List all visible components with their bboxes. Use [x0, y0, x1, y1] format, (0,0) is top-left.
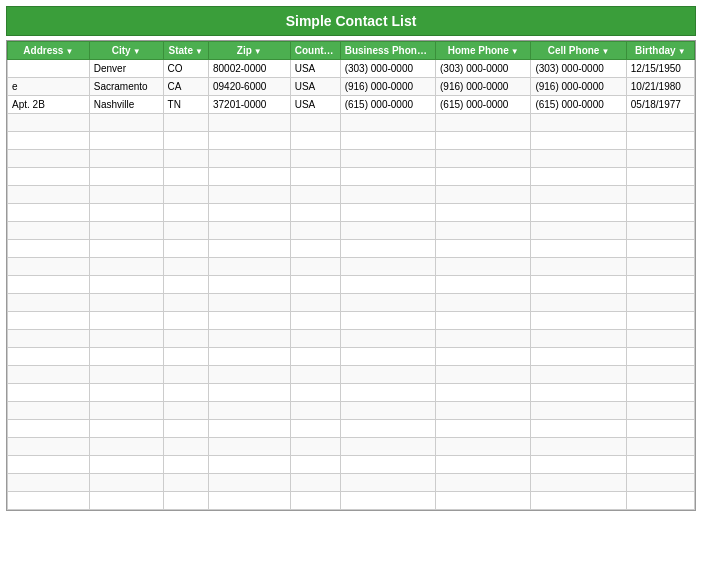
- table-row[interactable]: [8, 402, 695, 420]
- table-row[interactable]: [8, 222, 695, 240]
- table-row[interactable]: [8, 492, 695, 510]
- cell-bizphone: [340, 420, 435, 438]
- cell-homephone: [436, 384, 531, 402]
- col-header-cellphone[interactable]: Cell Phone ▼: [531, 42, 626, 60]
- cell-country: [290, 402, 340, 420]
- cell-birthday: [626, 240, 694, 258]
- table-row[interactable]: [8, 294, 695, 312]
- sort-arrow-address: ▼: [65, 47, 73, 55]
- cell-homephone: [436, 186, 531, 204]
- cell-zip: [208, 384, 290, 402]
- cell-cellphone: (615) 000-0000: [531, 96, 626, 114]
- table-row[interactable]: [8, 186, 695, 204]
- table-row[interactable]: [8, 348, 695, 366]
- cell-bizphone: (916) 000-0000: [340, 78, 435, 96]
- cell-state: [163, 276, 208, 294]
- table-row[interactable]: [8, 330, 695, 348]
- cell-state: [163, 150, 208, 168]
- cell-birthday: [626, 294, 694, 312]
- cell-state: [163, 240, 208, 258]
- cell-birthday: [626, 456, 694, 474]
- cell-birthday: [626, 366, 694, 384]
- cell-bizphone: [340, 150, 435, 168]
- cell-city: [89, 348, 163, 366]
- cell-cellphone: [531, 240, 626, 258]
- col-header-birthday[interactable]: Birthday ▼: [626, 42, 694, 60]
- cell-cellphone: [531, 186, 626, 204]
- cell-country: [290, 474, 340, 492]
- cell-bizphone: [340, 168, 435, 186]
- cell-address: [8, 348, 90, 366]
- cell-city: Sacramento: [89, 78, 163, 96]
- cell-city: [89, 330, 163, 348]
- sort-arrow-city: ▼: [133, 47, 141, 55]
- table-row[interactable]: [8, 456, 695, 474]
- cell-cellphone: [531, 312, 626, 330]
- cell-state: [163, 348, 208, 366]
- col-header-bizphone[interactable]: Business Phone ▼: [340, 42, 435, 60]
- cell-zip: [208, 420, 290, 438]
- table-row[interactable]: [8, 204, 695, 222]
- cell-birthday: [626, 348, 694, 366]
- cell-birthday: [626, 474, 694, 492]
- cell-birthday: [626, 168, 694, 186]
- table-row[interactable]: [8, 474, 695, 492]
- sort-arrow-birthday: ▼: [678, 47, 686, 55]
- col-header-zip[interactable]: Zip ▼: [208, 42, 290, 60]
- table-row[interactable]: [8, 258, 695, 276]
- col-header-homephone[interactable]: Home Phone ▼: [436, 42, 531, 60]
- cell-homephone: [436, 402, 531, 420]
- cell-homephone: [436, 150, 531, 168]
- col-header-country[interactable]: Country ▼: [290, 42, 340, 60]
- cell-birthday: 05/18/1977: [626, 96, 694, 114]
- col-header-address[interactable]: Address ▼: [8, 42, 90, 60]
- cell-cellphone: [531, 132, 626, 150]
- cell-bizphone: [340, 258, 435, 276]
- cell-zip: [208, 348, 290, 366]
- table-row[interactable]: [8, 366, 695, 384]
- table-row[interactable]: DenverCO80002-0000USA(303) 000-0000(303)…: [8, 60, 695, 78]
- cell-city: [89, 240, 163, 258]
- cell-city: [89, 168, 163, 186]
- cell-zip: [208, 456, 290, 474]
- table-row[interactable]: [8, 276, 695, 294]
- cell-address: e: [8, 78, 90, 96]
- cell-homephone: [436, 132, 531, 150]
- col-header-state[interactable]: State ▼: [163, 42, 208, 60]
- cell-zip: [208, 258, 290, 276]
- cell-city: [89, 474, 163, 492]
- cell-address: [8, 240, 90, 258]
- cell-address: [8, 384, 90, 402]
- table-row[interactable]: [8, 384, 695, 402]
- cell-bizphone: [340, 456, 435, 474]
- cell-state: [163, 114, 208, 132]
- table-row[interactable]: Apt. 2BNashvilleTN37201-0000USA(615) 000…: [8, 96, 695, 114]
- cell-homephone: (916) 000-0000: [436, 78, 531, 96]
- col-header-city[interactable]: City ▼: [89, 42, 163, 60]
- cell-city: [89, 438, 163, 456]
- table-row[interactable]: [8, 312, 695, 330]
- sort-arrow-homephone: ▼: [511, 47, 519, 55]
- cell-state: [163, 204, 208, 222]
- cell-birthday: [626, 258, 694, 276]
- cell-zip: [208, 330, 290, 348]
- table-row[interactable]: [8, 114, 695, 132]
- cell-cellphone: [531, 204, 626, 222]
- cell-city: [89, 456, 163, 474]
- cell-homephone: [436, 204, 531, 222]
- cell-state: [163, 312, 208, 330]
- table-row[interactable]: [8, 150, 695, 168]
- cell-cellphone: [531, 420, 626, 438]
- cell-zip: 09420-6000: [208, 78, 290, 96]
- table-row[interactable]: eSacramentoCA09420-6000USA(916) 000-0000…: [8, 78, 695, 96]
- cell-zip: [208, 204, 290, 222]
- table-row[interactable]: [8, 438, 695, 456]
- table-row[interactable]: [8, 420, 695, 438]
- cell-homephone: (615) 000-0000: [436, 96, 531, 114]
- cell-address: [8, 150, 90, 168]
- cell-homephone: [436, 294, 531, 312]
- table-row[interactable]: [8, 240, 695, 258]
- table-row[interactable]: [8, 168, 695, 186]
- cell-birthday: [626, 276, 694, 294]
- table-row[interactable]: [8, 132, 695, 150]
